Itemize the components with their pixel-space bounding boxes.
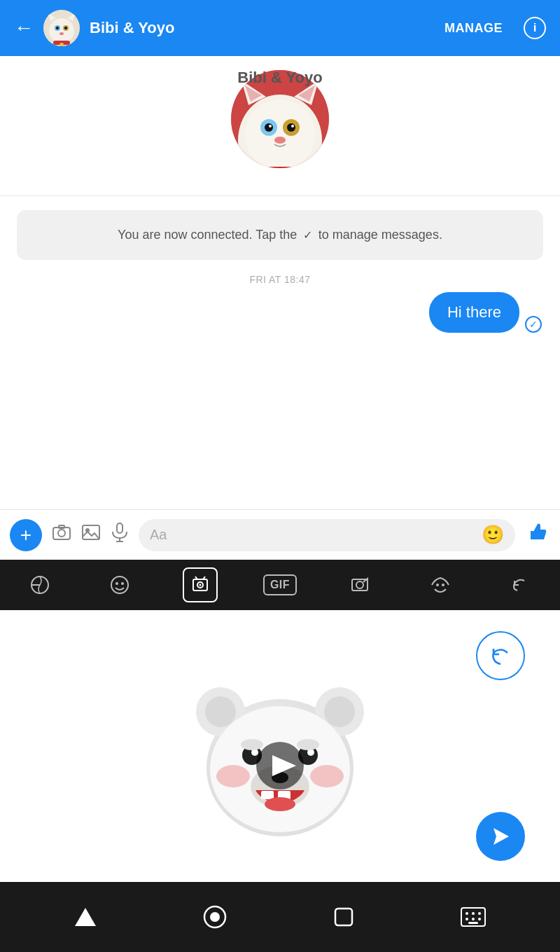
info-button[interactable]: i bbox=[524, 17, 546, 39]
nav-keyboard-button[interactable] bbox=[461, 907, 486, 927]
svg-rect-26 bbox=[245, 167, 315, 168]
input-toolbar: + Aa 🙂 bbox=[0, 509, 560, 560]
svg-rect-35 bbox=[117, 523, 122, 533]
svg-point-82 bbox=[472, 918, 475, 920]
stickers-tab[interactable] bbox=[22, 567, 57, 602]
svg-point-78 bbox=[465, 912, 468, 915]
connected-notice-text: You are now connected. Tap the ✓ to mana… bbox=[36, 226, 524, 244]
gif-tab[interactable]: GIF bbox=[262, 567, 298, 602]
back-tab[interactable] bbox=[503, 567, 538, 602]
back-button[interactable]: ← bbox=[14, 17, 34, 39]
svg-rect-76 bbox=[335, 909, 352, 925]
svg-point-48 bbox=[436, 584, 439, 586]
svg-point-41 bbox=[115, 582, 118, 585]
input-placeholder-text: Aa bbox=[150, 527, 476, 543]
svg-point-22 bbox=[287, 123, 295, 132]
camera-button[interactable] bbox=[52, 523, 71, 547]
svg-point-8 bbox=[59, 32, 64, 35]
svg-point-23 bbox=[269, 125, 272, 127]
svg-point-21 bbox=[265, 123, 273, 132]
svg-point-69 bbox=[265, 797, 295, 811]
avatar[interactable] bbox=[43, 10, 80, 46]
emoji-button[interactable]: 🙂 bbox=[482, 524, 504, 546]
bottom-nav bbox=[0, 882, 560, 952]
message-bubble-sent: Hi there bbox=[429, 292, 519, 333]
svg-point-7 bbox=[64, 27, 67, 29]
svg-point-63 bbox=[216, 765, 250, 787]
svg-point-45 bbox=[199, 584, 201, 586]
svg-point-31 bbox=[58, 530, 65, 537]
nav-recents-button[interactable] bbox=[334, 907, 354, 927]
svg-rect-67 bbox=[261, 791, 274, 799]
undo-sticker-button[interactable] bbox=[476, 631, 525, 680]
svg-marker-73 bbox=[75, 908, 96, 926]
checkmark-icon: ✓ bbox=[303, 229, 315, 241]
nav-back-button[interactable] bbox=[75, 908, 96, 926]
svg-point-24 bbox=[291, 125, 294, 127]
svg-point-54 bbox=[205, 696, 236, 727]
animated-emoji-tab[interactable] bbox=[423, 567, 458, 602]
svg-point-49 bbox=[442, 584, 444, 586]
svg-rect-11 bbox=[49, 43, 55, 46]
send-sticker-button[interactable] bbox=[476, 812, 525, 861]
ar-tab[interactable] bbox=[183, 567, 218, 602]
sticker-item[interactable] bbox=[186, 664, 374, 856]
gif-label: GIF bbox=[263, 574, 297, 595]
nav-home-button[interactable] bbox=[203, 905, 227, 929]
connected-notice: You are now connected. Tap the ✓ to mana… bbox=[17, 210, 543, 260]
svg-point-79 bbox=[472, 912, 475, 915]
svg-point-80 bbox=[478, 912, 481, 915]
svg-point-55 bbox=[324, 696, 355, 727]
header: ← Bibi & Yoyo MANAGE i bbox=[0, 0, 560, 56]
svg-point-25 bbox=[274, 137, 286, 144]
svg-point-6 bbox=[56, 27, 59, 29]
svg-point-81 bbox=[465, 918, 468, 920]
selfie-tab[interactable] bbox=[342, 567, 377, 602]
manage-button[interactable]: MANAGE bbox=[444, 21, 503, 36]
message-status-icon: ✓ bbox=[525, 316, 542, 333]
svg-point-18 bbox=[245, 99, 315, 168]
svg-point-1 bbox=[49, 18, 74, 43]
microphone-button[interactable] bbox=[111, 523, 129, 547]
svg-marker-72 bbox=[493, 828, 509, 845]
like-button[interactable] bbox=[525, 520, 550, 551]
svg-point-62 bbox=[297, 739, 319, 750]
profile-avatar-large[interactable] bbox=[231, 70, 329, 168]
text-input[interactable]: Aa 🙂 bbox=[139, 519, 515, 551]
timestamp: FRI AT 18:47 bbox=[0, 274, 560, 285]
svg-point-64 bbox=[310, 765, 344, 787]
svg-point-75 bbox=[210, 912, 220, 922]
add-button[interactable]: + bbox=[10, 519, 42, 551]
svg-point-83 bbox=[478, 918, 481, 920]
svg-rect-84 bbox=[468, 922, 478, 924]
svg-point-42 bbox=[121, 582, 124, 585]
image-button[interactable] bbox=[81, 523, 101, 547]
messages-area: Hi there ✓ bbox=[0, 292, 560, 333]
emoji-tab[interactable] bbox=[102, 567, 137, 602]
profile-section: Bibi & Yoyo bbox=[0, 56, 560, 196]
sticker-panel bbox=[0, 610, 560, 882]
message-row: Hi there ✓ bbox=[11, 292, 549, 333]
svg-point-40 bbox=[111, 577, 128, 593]
emoji-toolbar: GIF bbox=[0, 560, 560, 610]
header-title: Bibi & Yoyo bbox=[90, 19, 435, 37]
svg-point-61 bbox=[241, 739, 263, 750]
svg-point-47 bbox=[356, 581, 363, 588]
